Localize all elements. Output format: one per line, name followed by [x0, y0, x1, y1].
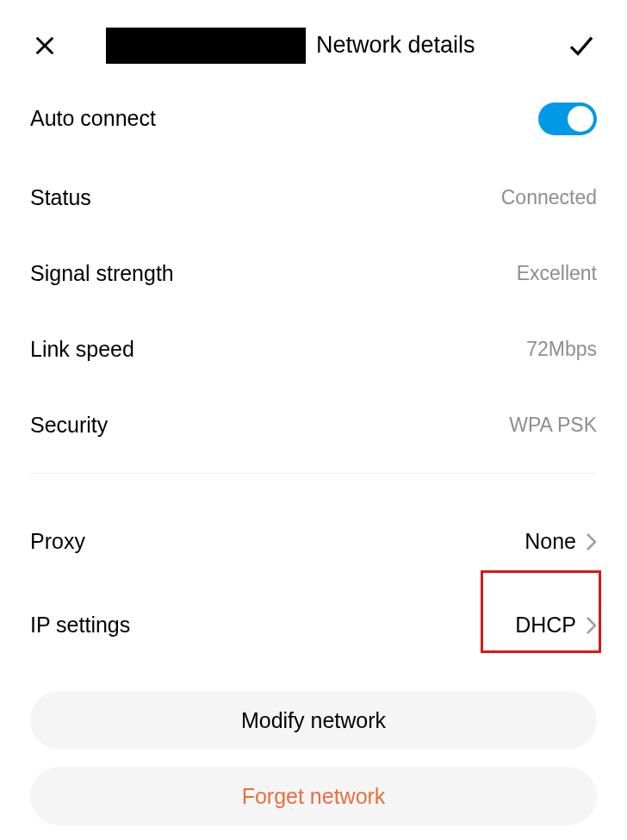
- signal-strength-value: Excellent: [517, 262, 597, 285]
- proxy-label: Proxy: [30, 529, 85, 554]
- auto-connect-row: Auto connect: [30, 78, 597, 159]
- forget-network-button[interactable]: Forget network: [30, 767, 597, 825]
- link-speed-value: 72Mbps: [526, 338, 597, 361]
- ip-settings-value: DHCP: [515, 613, 576, 638]
- close-icon[interactable]: [30, 31, 59, 60]
- ip-settings-row[interactable]: IP settings DHCP: [30, 583, 597, 667]
- signal-strength-row: Signal strength Excellent: [30, 235, 597, 311]
- auto-connect-label: Auto connect: [30, 106, 156, 131]
- status-value: Connected: [501, 186, 597, 209]
- proxy-value: None: [525, 529, 576, 554]
- network-name-redacted: [106, 28, 306, 64]
- status-row: Status Connected: [30, 159, 597, 235]
- divider: [30, 473, 597, 474]
- modify-network-button[interactable]: Modify network: [30, 691, 597, 750]
- check-icon[interactable]: [566, 30, 597, 61]
- chevron-right-icon: [585, 532, 597, 552]
- status-label: Status: [30, 185, 91, 210]
- settings-list: Auto connect Status Connected Signal str…: [0, 78, 627, 667]
- link-speed-row: Link speed 72Mbps: [30, 311, 597, 387]
- ip-settings-nav: DHCP: [515, 613, 597, 638]
- page-title: Network details: [316, 32, 566, 59]
- ip-settings-label: IP settings: [30, 613, 130, 638]
- link-speed-label: Link speed: [30, 337, 134, 362]
- proxy-nav: None: [525, 529, 597, 554]
- security-row: Security WPA PSK: [30, 387, 597, 463]
- proxy-row[interactable]: Proxy None: [30, 500, 597, 583]
- auto-connect-toggle[interactable]: [538, 103, 597, 135]
- security-value: WPA PSK: [509, 414, 597, 437]
- action-buttons: Modify network Forget network: [0, 667, 627, 825]
- header: Network details: [0, 0, 627, 78]
- security-label: Security: [30, 413, 108, 438]
- signal-strength-label: Signal strength: [30, 261, 174, 286]
- chevron-right-icon: [585, 615, 597, 636]
